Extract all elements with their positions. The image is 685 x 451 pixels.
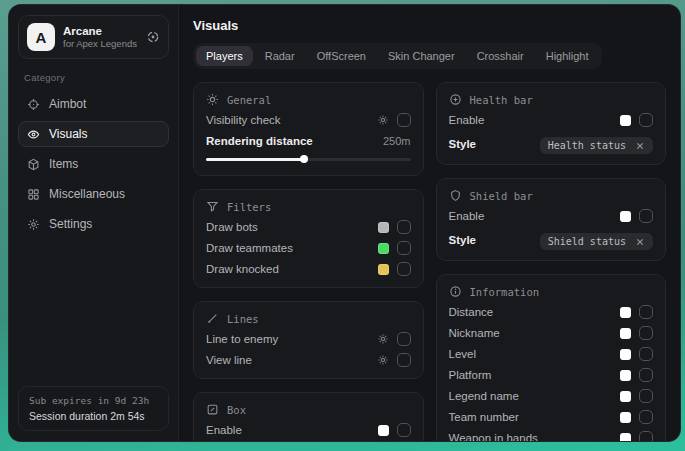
setting-label: Weapon in hands (449, 432, 538, 442)
setting-label: Style (449, 234, 477, 246)
subscription-card: Sub expires in 9d 23h Session duration 2… (18, 386, 169, 431)
sidebar-item-label: Miscellaneous (49, 187, 125, 201)
color-swatch[interactable] (620, 412, 631, 423)
tab-skin-changer[interactable]: Skin Changer (378, 46, 465, 66)
color-swatch[interactable] (620, 391, 631, 402)
sub-expiry-text: Sub expires in 9d 23h (29, 395, 158, 406)
gear-icon (27, 218, 40, 231)
sidebar-item-settings[interactable]: Settings (18, 211, 169, 237)
setting-row-health-enable: Enable (449, 112, 654, 128)
sidebar-nav: Aimbot Visuals Items (18, 91, 169, 237)
color-swatch[interactable] (378, 222, 389, 233)
setting-row-view-line: View line (206, 352, 411, 368)
level-checkbox[interactable] (639, 347, 653, 361)
app-name: Arcane (63, 24, 138, 38)
setting-label: Team number (449, 411, 519, 423)
gear-icon[interactable] (377, 114, 389, 126)
setting-label: View line (206, 354, 252, 366)
close-icon[interactable] (635, 141, 645, 151)
health-bar-section: Health bar Enable Style H (436, 82, 667, 165)
setting-row-legend-name: Legend name (449, 388, 654, 404)
setting-row-draw-teammates: Draw teammates (206, 240, 411, 256)
grid-icon (27, 188, 40, 201)
setting-row-shield-enable: Enable (449, 208, 654, 224)
color-swatch[interactable] (378, 243, 389, 254)
setting-row-nickname: Nickname (449, 325, 654, 341)
tab-bar: Players Radar OffScreen Skin Changer Cro… (193, 43, 602, 69)
draw-bots-checkbox[interactable] (397, 220, 411, 234)
rendering-distance-value: 250m (383, 135, 411, 147)
platform-checkbox[interactable] (639, 368, 653, 382)
slider-thumb[interactable] (300, 155, 308, 163)
gear-icon[interactable] (377, 354, 389, 366)
box-section: Box Enable Enable background (193, 392, 424, 442)
sidebar-item-miscellaneous[interactable]: Miscellaneous (18, 181, 169, 207)
shield-enable-checkbox[interactable] (639, 209, 653, 223)
color-swatch[interactable] (620, 307, 631, 318)
left-column: General Visibility check (193, 82, 424, 442)
color-swatch[interactable] (378, 264, 389, 275)
app-header-card: A Arcane for Apex Legends (18, 15, 169, 59)
draw-knocked-checkbox[interactable] (397, 262, 411, 276)
category-label: Category (24, 72, 163, 83)
sidebar-item-visuals[interactable]: Visuals (18, 121, 169, 147)
color-swatch[interactable] (620, 370, 631, 381)
target-icon[interactable] (146, 30, 160, 44)
crosshair-icon (27, 98, 40, 111)
health-enable-checkbox[interactable] (639, 113, 653, 127)
visibility-check-checkbox[interactable] (397, 113, 411, 127)
setting-label: Draw teammates (206, 242, 293, 254)
color-swatch[interactable] (620, 115, 631, 126)
color-swatch[interactable] (620, 328, 631, 339)
tab-players[interactable]: Players (196, 46, 253, 66)
slider-track (206, 158, 411, 161)
setting-label: Legend name (449, 390, 519, 402)
setting-row-rendering-distance: Rendering distance 250m (206, 133, 411, 149)
setting-label: Nickname (449, 327, 500, 339)
page-title: Visuals (193, 18, 666, 33)
team-number-checkbox[interactable] (639, 410, 653, 424)
sidebar-item-items[interactable]: Items (18, 151, 169, 177)
setting-row-team-number: Team number (449, 409, 654, 425)
box-enable-checkbox[interactable] (397, 423, 411, 437)
close-icon[interactable] (635, 237, 645, 247)
sidebar-item-aimbot[interactable]: Aimbot (18, 91, 169, 117)
distance-checkbox[interactable] (639, 305, 653, 319)
setting-row-platform: Platform (449, 367, 654, 383)
gear-icon[interactable] (377, 333, 389, 345)
shield-icon (449, 189, 462, 202)
tab-offscreen[interactable]: OffScreen (307, 46, 376, 66)
weapon-in-hands-checkbox[interactable] (639, 431, 653, 442)
setting-label: Platform (449, 369, 492, 381)
filters-section: Filters Draw bots Draw teammates (193, 189, 424, 288)
color-swatch[interactable] (378, 425, 389, 436)
legend-name-checkbox[interactable] (639, 389, 653, 403)
section-title: Filters (227, 201, 271, 213)
setting-row-draw-bots: Draw bots (206, 219, 411, 235)
draw-teammates-checkbox[interactable] (397, 241, 411, 255)
color-swatch[interactable] (620, 433, 631, 443)
sidebar-item-label: Settings (49, 217, 92, 231)
funnel-icon (206, 200, 219, 213)
color-swatch[interactable] (620, 211, 631, 222)
selected-option: Shield status (548, 236, 626, 247)
selected-option: Health status (548, 140, 626, 151)
rendering-distance-slider[interactable] (206, 153, 411, 165)
setting-row-line-to-enemy: Line to enemy (206, 331, 411, 347)
tab-crosshair[interactable]: Crosshair (467, 46, 534, 66)
tab-radar[interactable]: Radar (255, 46, 305, 66)
view-line-checkbox[interactable] (397, 353, 411, 367)
section-title: General (227, 94, 271, 106)
right-column: Health bar Enable Style H (436, 82, 667, 442)
nickname-checkbox[interactable] (639, 326, 653, 340)
general-section-header: General (206, 92, 411, 107)
shield-style-select[interactable]: Shield status (540, 233, 653, 250)
app-subtitle: for Apex Legends (63, 38, 138, 50)
section-title: Shield bar (470, 190, 533, 202)
setting-label: Rendering distance (206, 135, 313, 147)
tab-highlight[interactable]: Highlight (536, 46, 599, 66)
line-to-enemy-checkbox[interactable] (397, 332, 411, 346)
setting-label: Enable (449, 210, 485, 222)
health-style-select[interactable]: Health status (540, 137, 653, 154)
color-swatch[interactable] (620, 349, 631, 360)
